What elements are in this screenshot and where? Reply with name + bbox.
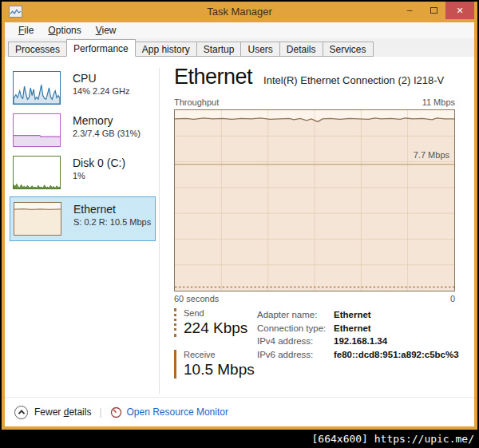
graph-reference-label: 7.7 Mbps	[414, 150, 449, 160]
detail-row-adapter-name: Adapter name: Ethernet	[257, 308, 459, 322]
memory-mini-graph	[13, 113, 61, 147]
maximize-icon	[430, 7, 437, 14]
page-title: Ethernet	[174, 65, 252, 89]
memory-detail: 2.3/7.4 GB (31%)	[73, 129, 141, 138]
receive-value: 10.5 Mbps	[184, 361, 255, 379]
x-axis-right-label: 0	[450, 294, 455, 303]
fewer-details-button[interactable]: Fewer details	[34, 406, 91, 418]
tab-services[interactable]: Services	[323, 42, 374, 57]
title-bar[interactable]: Task Manager – ✕	[2, 2, 477, 22]
menu-options[interactable]: Options	[41, 23, 88, 38]
cpu-detail: 14% 2.24 GHz	[73, 86, 130, 96]
detail-row-connection-type: Connection type: Ethernet	[257, 322, 459, 335]
sidebar-item-memory[interactable]: Memory 2.3/7.4 GB (31%)	[10, 112, 156, 150]
maximize-button[interactable]	[422, 2, 445, 19]
open-resource-monitor-link[interactable]: Open Resource Monitor	[127, 406, 228, 418]
fewer-details-chevron-icon	[14, 406, 28, 419]
window-controls: – ✕	[398, 2, 474, 19]
ethernet-detail-pane: EthernetIntel(R) Ethernet Connection (2)…	[174, 57, 460, 397]
tab-strip: Processes Performance App history Startu…	[5, 38, 474, 57]
sidebar-divider	[159, 68, 160, 394]
task-manager-window: Task Manager – ✕ File Options View Proce…	[2, 2, 477, 430]
sidebar-item-disk[interactable]: Disk 0 (C:) 1%	[10, 154, 156, 192]
x-axis-left-label: 60 seconds	[174, 294, 219, 303]
performance-pane: CPU 14% 2.24 GHz Memory 2.3/7.4 GB (31%)	[5, 57, 474, 397]
adapter-subtitle: Intel(R) Ethernet Connection (2) I218-V	[263, 74, 444, 86]
tab-app-history[interactable]: App history	[135, 42, 197, 57]
watermark-text: [664x600] https://upic.me/	[312, 433, 475, 445]
detail-row-ipv6: IPv6 address: fe80::dcd8:951:a892:c5bc%3	[257, 348, 459, 362]
tab-processes[interactable]: Processes	[8, 42, 67, 57]
adapter-details: Adapter name: Ethernet Connection type: …	[257, 308, 459, 361]
throughput-graph[interactable]: 7.7 Mbps	[174, 109, 455, 291]
menu-view[interactable]: View	[89, 23, 124, 38]
receive-label: Receive	[184, 350, 255, 359]
cpu-label: CPU	[73, 72, 130, 85]
graph-throughput-label: Throughput	[174, 97, 219, 107]
disk-mini-graph	[13, 156, 61, 189]
menu-bar: File Options View	[5, 22, 474, 38]
send-label: Send	[184, 308, 247, 318]
ethernet-mini-graph	[14, 202, 61, 236]
tab-details[interactable]: Details	[279, 42, 323, 57]
memory-label: Memory	[73, 114, 141, 127]
receive-stat: Receive 10.5 Mbps	[174, 350, 255, 379]
ethernet-detail: S: 0.2 R: 10.5 Mbps	[73, 217, 151, 227]
sidebar-item-cpu[interactable]: CPU 14% 2.24 GHz	[10, 69, 156, 108]
cpu-mini-graph	[13, 71, 61, 105]
menu-file[interactable]: File	[11, 23, 41, 38]
graph-max-scale-label: 11 Mbps	[422, 97, 455, 107]
watermark-bar: [664x600] https://upic.me/	[0, 430, 479, 448]
minimize-button[interactable]: –	[398, 2, 422, 19]
tab-performance[interactable]: Performance	[66, 39, 136, 57]
send-value: 224 Kbps	[184, 319, 247, 337]
close-button[interactable]: ✕	[445, 2, 474, 19]
ethernet-label: Ethernet	[73, 203, 151, 216]
disk-detail: 1%	[73, 171, 125, 180]
detail-row-ipv4: IPv4 address: 192.168.1.34	[257, 335, 459, 348]
sidebar-item-ethernet[interactable]: Ethernet S: 0.2 R: 10.5 Mbps	[10, 196, 156, 241]
footer-separator: |	[99, 406, 101, 418]
resource-monitor-icon	[110, 406, 122, 418]
footer-bar: Fewer details | Open Resource Monitor	[5, 397, 474, 426]
send-stat: Send 224 Kbps	[174, 308, 247, 337]
tab-users[interactable]: Users	[240, 42, 279, 57]
client-area: File Options View Processes Performance …	[5, 22, 474, 426]
disk-label: Disk 0 (C:)	[73, 157, 125, 169]
tab-startup[interactable]: Startup	[196, 42, 242, 57]
